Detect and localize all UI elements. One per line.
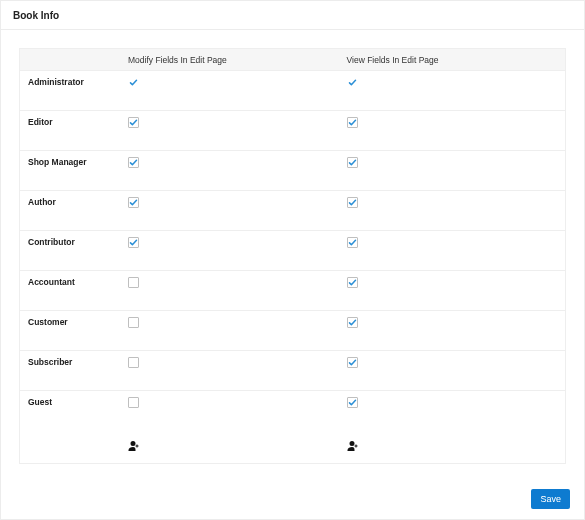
modify-checkbox[interactable]: [128, 397, 139, 408]
panel-title: Book Info: [1, 1, 584, 30]
role-name: Shop Manager: [20, 157, 128, 167]
role-name: Subscriber: [20, 357, 128, 367]
grid-header: Modify Fields In Edit Page View Fields I…: [20, 49, 565, 71]
view-checkbox[interactable]: [347, 317, 358, 328]
role-name: Guest: [20, 397, 128, 407]
role-row: Customer: [20, 311, 565, 351]
permissions-grid: Modify Fields In Edit Page View Fields I…: [19, 48, 566, 464]
modify-locked-check-icon: [128, 77, 139, 88]
view-checkbox[interactable]: [347, 277, 358, 288]
role-name: Author: [20, 197, 128, 207]
permissions-panel: Book Info Modify Fields In Edit Page Vie…: [0, 0, 585, 520]
modify-checkbox[interactable]: [128, 357, 139, 368]
view-checkbox[interactable]: [347, 157, 358, 168]
role-row: Accountant: [20, 271, 565, 311]
role-name: Accountant: [20, 277, 128, 287]
modify-checkbox[interactable]: [128, 277, 139, 288]
role-row: Subscriber: [20, 351, 565, 391]
panel-body: Modify Fields In Edit Page View Fields I…: [1, 30, 584, 482]
modify-checkbox[interactable]: [128, 157, 139, 168]
save-bar: Save: [531, 488, 570, 509]
view-checkbox[interactable]: [347, 237, 358, 248]
view-locked-check-icon: [347, 77, 358, 88]
role-name: Customer: [20, 317, 128, 327]
view-checkbox[interactable]: [347, 397, 358, 408]
role-row: Editor: [20, 111, 565, 151]
role-row: Shop Manager: [20, 151, 565, 191]
modify-checkbox[interactable]: [128, 237, 139, 248]
role-row: Administrator: [20, 71, 565, 111]
role-name: Contributor: [20, 237, 128, 247]
view-checkbox[interactable]: [347, 117, 358, 128]
add-user-icon[interactable]: [128, 440, 140, 452]
view-checkbox[interactable]: [347, 357, 358, 368]
col-header-modify: Modify Fields In Edit Page: [128, 49, 347, 70]
role-row: Author: [20, 191, 565, 231]
modify-checkbox[interactable]: [128, 317, 139, 328]
role-name: Editor: [20, 117, 128, 127]
role-row: Contributor: [20, 231, 565, 271]
modify-checkbox[interactable]: [128, 117, 139, 128]
col-header-view: View Fields In Edit Page: [347, 49, 566, 70]
role-row: Guest: [20, 391, 565, 431]
view-checkbox[interactable]: [347, 197, 358, 208]
add-user-icon[interactable]: [347, 440, 359, 452]
grid-footer: [20, 431, 565, 463]
role-name: Administrator: [20, 77, 128, 87]
modify-checkbox[interactable]: [128, 197, 139, 208]
save-button[interactable]: Save: [531, 489, 570, 509]
